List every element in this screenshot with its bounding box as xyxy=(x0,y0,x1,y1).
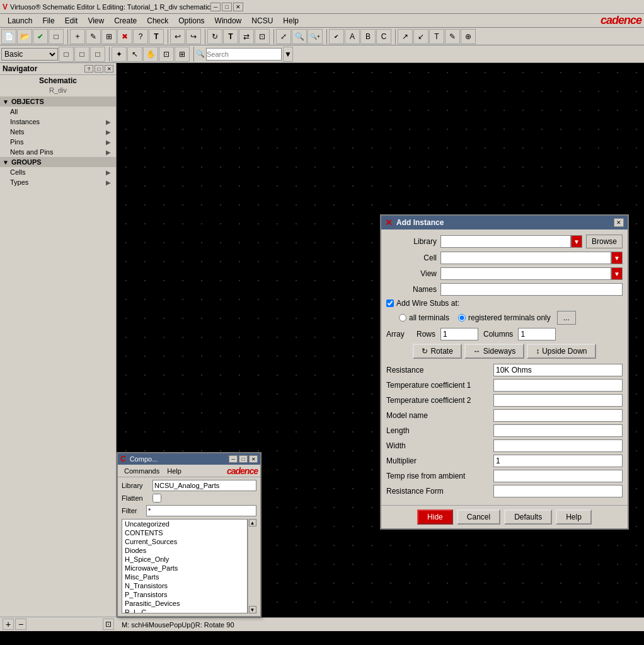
columns-input[interactable] xyxy=(518,328,556,340)
cancel-button[interactable]: Cancel xyxy=(457,509,500,525)
nav-add-btn[interactable]: + xyxy=(3,619,14,630)
open-btn[interactable]: 📂 xyxy=(17,29,32,44)
arrow-down-btn[interactable]: ↙ xyxy=(413,29,428,44)
select2-btn[interactable]: ⊡ xyxy=(159,47,174,62)
list-item[interactable]: Misc_Parts xyxy=(122,572,247,581)
more-options-btn[interactable]: ... xyxy=(557,311,576,325)
comp-scrollbar[interactable]: ▲ ▼ xyxy=(248,519,256,613)
mode-select[interactable]: Basic xyxy=(1,48,58,61)
comp-menu-help[interactable]: Help xyxy=(163,467,185,475)
length-input[interactable] xyxy=(493,424,623,437)
delete-btn[interactable]: ✖ xyxy=(117,29,132,44)
help-tb-btn[interactable]: ? xyxy=(133,29,148,44)
nav-nets-and-pins[interactable]: Nets and Pins ▶ xyxy=(0,147,116,157)
nav-remove-btn[interactable]: − xyxy=(15,619,26,630)
list-item[interactable]: Parasitic_Devices xyxy=(122,599,247,608)
menu-check[interactable]: Check xyxy=(142,15,173,26)
net-btn[interactable]: A xyxy=(345,29,360,44)
menu-launch[interactable]: Launch xyxy=(3,15,37,26)
sideways-button[interactable]: ↔ Sideways xyxy=(464,344,524,359)
rotate-tb-btn[interactable]: ↻ xyxy=(207,29,222,44)
pin-btn[interactable]: B xyxy=(360,29,376,44)
nav-help-btn[interactable]: ? xyxy=(84,65,93,73)
nav-expand-btn[interactable]: ⊡ xyxy=(103,619,114,630)
rotate-button[interactable]: ↻ Rotate xyxy=(413,344,461,359)
redo-btn[interactable]: ↪ xyxy=(186,29,201,44)
zoom-fit-btn[interactable]: ⤢ xyxy=(276,29,291,44)
pan-btn[interactable]: ✋ xyxy=(143,47,158,62)
browse-button[interactable]: Browse xyxy=(586,235,623,248)
view-dropdown-btn[interactable]: ▼ xyxy=(611,267,623,280)
arrow-up-btn[interactable]: ↗ xyxy=(398,29,413,44)
nav-close-btn[interactable]: ✕ xyxy=(105,65,113,73)
scroll-down-btn[interactable]: ▼ xyxy=(249,606,256,613)
upside-down-button[interactable]: ↕ Upside Down xyxy=(527,344,595,359)
groups-section[interactable]: ▼ GROUPS xyxy=(0,157,116,167)
comp-menu-commands[interactable]: Commands xyxy=(120,467,163,475)
maximize-button[interactable]: □ xyxy=(222,3,232,11)
nav-all[interactable]: All xyxy=(0,107,116,117)
check-btn[interactable]: ✔ xyxy=(329,29,344,44)
wire-stubs-checkbox[interactable] xyxy=(386,299,394,307)
registered-terminals-radio[interactable] xyxy=(458,314,466,322)
view-input[interactable]: symbol xyxy=(440,267,611,280)
model-name-input[interactable] xyxy=(493,409,623,422)
list-item[interactable]: CONTENTS xyxy=(122,528,247,537)
list-item[interactable]: H_Spice_Only xyxy=(122,555,247,564)
resistance-form-input[interactable] xyxy=(493,485,623,497)
menu-help[interactable]: Help xyxy=(278,15,304,26)
bus-btn[interactable]: C xyxy=(376,29,391,44)
label-btn[interactable]: T xyxy=(429,29,444,44)
list-item[interactable]: Diodes xyxy=(122,546,247,555)
list-item[interactable]: P_Transistors xyxy=(122,590,247,599)
cell-input[interactable]: res xyxy=(440,252,611,264)
list-item[interactable]: R_L_C xyxy=(122,608,247,613)
menu-window[interactable]: Window xyxy=(210,15,247,26)
mode-btn1[interactable]: □ xyxy=(59,47,74,62)
list-item[interactable]: Microwave_Parts xyxy=(122,564,247,572)
undo-btn[interactable]: ↩ xyxy=(170,29,185,44)
temp-coeff1-input[interactable] xyxy=(493,379,623,392)
comp-flatten-checkbox[interactable] xyxy=(152,494,161,503)
grid-btn[interactable]: ⊕ xyxy=(461,29,476,44)
minimize-button[interactable]: ─ xyxy=(210,3,221,11)
rows-input[interactable] xyxy=(440,328,478,340)
add-instance-tb-btn[interactable]: + xyxy=(70,29,85,44)
temp-rise-input[interactable] xyxy=(493,470,623,482)
library-input[interactable]: NCSU_Analog_Parts xyxy=(440,235,571,248)
menu-options[interactable]: Options xyxy=(173,15,209,26)
library-dropdown-btn[interactable]: ▼ xyxy=(571,235,582,248)
cell-dropdown-btn[interactable]: ▼ xyxy=(611,252,623,264)
search-dropdown-btn[interactable]: ▼ xyxy=(283,47,293,62)
mode-btn3[interactable]: □ xyxy=(90,47,105,62)
prop-btn[interactable]: ✎ xyxy=(445,29,460,44)
nav-pins[interactable]: Pins ▶ xyxy=(0,137,116,147)
menu-file[interactable]: File xyxy=(37,15,59,26)
hierarchy-btn[interactable]: ⊞ xyxy=(101,29,117,44)
comp-library-input[interactable] xyxy=(152,480,256,491)
width-input[interactable] xyxy=(493,439,623,452)
help-dialog-button[interactable]: Help xyxy=(556,509,592,525)
all-terminals-radio[interactable] xyxy=(399,314,406,322)
objects-section[interactable]: ▼ OBJECTS xyxy=(0,96,116,107)
resistance-input[interactable] xyxy=(493,364,623,376)
nav-detach-btn[interactable]: □ xyxy=(95,65,103,73)
nav-types[interactable]: Types ▶ xyxy=(0,177,116,187)
menu-ncsu[interactable]: NCSU xyxy=(246,15,278,26)
comp-minimize-btn[interactable]: ─ xyxy=(229,455,238,463)
text-btn[interactable]: T xyxy=(149,29,164,44)
mirror-x-btn[interactable]: ⇄ xyxy=(239,29,254,44)
add-wire-btn[interactable]: ✎ xyxy=(86,29,101,44)
scroll-up-btn[interactable]: ▲ xyxy=(249,519,256,526)
mirror-tb-btn[interactable]: T xyxy=(223,29,238,44)
menu-create[interactable]: Create xyxy=(109,15,142,26)
zoom-out-btn[interactable]: 🔍 xyxy=(292,29,307,44)
temp-coeff2-input[interactable] xyxy=(493,394,623,407)
menu-view[interactable]: View xyxy=(83,15,109,26)
defaults-button[interactable]: Defaults xyxy=(504,509,552,525)
multiplier-input[interactable] xyxy=(493,455,623,467)
align-btn[interactable]: ⊡ xyxy=(255,29,270,44)
save-btn[interactable]: ✔ xyxy=(33,29,48,44)
cursor-btn[interactable]: ↖ xyxy=(127,47,142,62)
nav-cells[interactable]: Cells ▶ xyxy=(0,167,116,177)
